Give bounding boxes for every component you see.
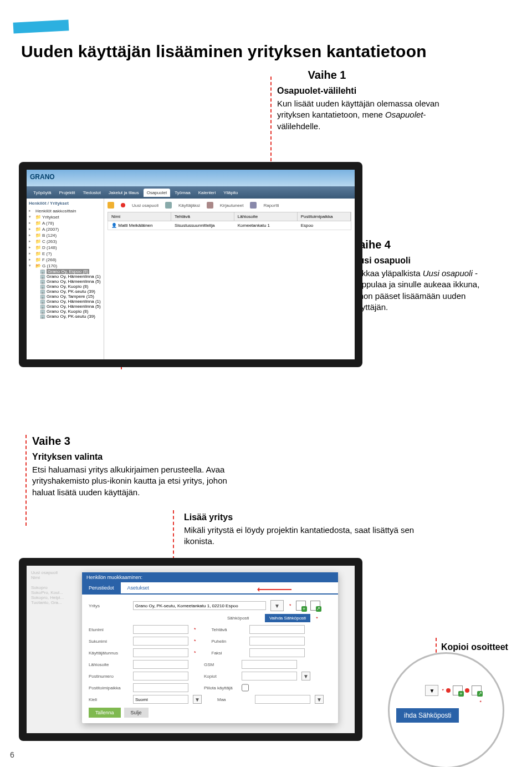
tree-children: 🏢Grano Oy, Espoo (8) 🏢Grano Oy, Hämeenli… (29, 269, 101, 319)
step1-label: Vaihe 1 (194, 69, 460, 82)
label-piilota: Piilota käyttäjä (204, 685, 237, 690)
nav-tab[interactable]: Projektit (55, 189, 78, 197)
change-email-button[interactable]: Vaihda Sähköposti (265, 614, 310, 622)
toolbar-item[interactable]: Uusi osapuoli (132, 203, 158, 208)
required-star: * (289, 603, 291, 608)
label-kopiot: Kopiot (204, 674, 237, 679)
change-email-button-zoom[interactable]: ihda Sähköposti (396, 708, 459, 723)
arrow-icon (258, 589, 291, 590)
input-gsm[interactable] (242, 660, 297, 669)
nav-bar: Työpöytä Projektit Tiedostot Jakelut ja … (27, 186, 355, 199)
app-header: GRANO (27, 170, 355, 186)
new-party-icon[interactable] (108, 202, 114, 209)
nav-tab[interactable]: Työmaa (171, 189, 193, 197)
grid-row[interactable]: 👤 Matti Meikäläinen Sisustussuunnittelij… (108, 221, 351, 230)
toolbar-icon[interactable] (165, 202, 172, 209)
step4-heading: Uusi osapuoli (352, 256, 497, 266)
nav-tab[interactable]: Tiedostot (79, 189, 104, 197)
tree-company[interactable]: 🏢Grano Oy, PK-seutu (39) (40, 289, 101, 294)
tree-letter[interactable]: 📁A (78) (29, 220, 101, 226)
tree-letter[interactable]: 📁B (124) (29, 232, 101, 238)
dropdown-icon[interactable]: ▼ (315, 695, 324, 704)
toolbar-icon[interactable] (250, 202, 257, 209)
label-kieli: Kieli (89, 697, 129, 702)
input-tehtava[interactable] (249, 625, 305, 634)
label-etunimi: Etunimi (89, 627, 129, 632)
screenshot-2-frame: Uusi osapuoli Nimi Sokopro SokoPro, Koul… (19, 558, 362, 741)
checkbox-piilota[interactable] (242, 683, 249, 692)
tree-company[interactable]: 🏢Grano Oy, Espoo (8) (40, 269, 101, 274)
input-yritys[interactable] (133, 601, 266, 610)
tab-perustiedot[interactable]: Perustiedot (82, 582, 121, 593)
modal-tabs: Perustiedot Asetukset (82, 582, 338, 595)
input-kieli[interactable] (133, 695, 188, 704)
input-puhelin[interactable] (249, 637, 305, 646)
step1-body: Kun lisäät uuden käyttäjän olemassa olev… (277, 98, 460, 132)
dropdown-icon[interactable]: ▼ (425, 685, 438, 696)
tree-link[interactable]: Henkilöt aakkosittain (29, 208, 101, 214)
nav-tab[interactable]: Työpöytä (30, 189, 54, 197)
label-postinumero: Postinumero (89, 674, 129, 679)
label-kayttajatunnus: Käyttäjätunnus (89, 651, 129, 656)
nav-tab[interactable]: Ylläpito (220, 189, 241, 197)
tree-company[interactable]: 🏢Grano Oy, Kuopio (8) (40, 284, 101, 289)
label-gsm: GSM (204, 662, 237, 667)
grid-header: Nimi Tehtävä Lähiosoite Postitoimipaikka (108, 212, 351, 221)
page-number: 6 (10, 750, 14, 759)
tree-company[interactable]: 🏢Grano Oy, Hämeenlinna (1) (40, 299, 101, 304)
marker-dot (121, 203, 125, 207)
tree-root[interactable]: 📁Yritykset (29, 214, 101, 220)
toolbar-icon[interactable] (207, 202, 213, 209)
tab-asetukset[interactable]: Asetukset (121, 582, 156, 593)
input-postinumero[interactable] (133, 672, 188, 680)
copy-address-icon[interactable] (310, 601, 320, 611)
input-kopiot[interactable] (242, 672, 297, 680)
tree-letter-open[interactable]: 📂G (170) (29, 263, 101, 269)
close-button[interactable]: Sulje (124, 708, 149, 718)
tree-letter[interactable]: 📁A (2007) (29, 226, 101, 232)
add-company-icon[interactable] (453, 685, 463, 695)
input-kayttajatunnus[interactable] (133, 648, 188, 657)
toolbar-item[interactable]: Raportti (263, 203, 279, 208)
dropdown-icon[interactable]: ▼ (193, 695, 202, 704)
dropdown-icon[interactable]: ▼ (301, 672, 310, 680)
label-faksi: Faksi (212, 651, 245, 656)
input-maa[interactable] (255, 695, 310, 704)
callout-add-company: Lisää yritys Mikäli yritystä ei löydy pr… (184, 512, 439, 547)
tree-letter[interactable]: 📁F (268) (29, 257, 101, 263)
callout-step-1: Vaihe 1 Osapuolet-välilehti Kun lisäät u… (277, 69, 460, 132)
copy-address-icon[interactable] (472, 685, 482, 695)
nav-tab-osapuolet[interactable]: Osapuolet (144, 189, 170, 197)
nav-tab[interactable]: Kalenteri (195, 189, 219, 197)
tree-letter[interactable]: 📁C (263) (29, 238, 101, 245)
screenshot-2: Uusi osapuoli Nimi Sokopro SokoPro, Koul… (27, 566, 355, 733)
nav-tab[interactable]: Jakelut ja tilaus (105, 189, 142, 197)
tree-letter[interactable]: 📁D (148) (29, 245, 101, 251)
toolbar-item[interactable]: Kirjautuneet (220, 203, 244, 208)
tree-letter[interactable]: 📁E (?) (29, 251, 101, 257)
tree-company[interactable]: 🏢Grano Oy, Hämeenlinna (5) (40, 304, 101, 309)
save-button[interactable]: Tallenna (89, 708, 121, 718)
tree-company[interactable]: 🏢Grano Oy, Tampere (15) (40, 294, 101, 299)
input-faksi[interactable] (249, 648, 305, 657)
toolbar-item[interactable]: Käyttäjäksi (178, 203, 200, 208)
input-sukunimi[interactable] (133, 637, 188, 646)
label-sahkoposti: Sähköposti (227, 616, 260, 621)
label-postitoimipaikka: Postitoimipaikka (89, 685, 129, 690)
add-company-body: Mikäli yritystä ei löydy projektin kanta… (184, 525, 439, 547)
step3-heading: Yrityksen valinta (32, 452, 243, 462)
input-etunimi[interactable] (133, 625, 188, 634)
tree-company[interactable]: 🏢Grano Oy, PK-seutu (39) (40, 314, 101, 319)
accent-bar (13, 19, 69, 33)
tree-company[interactable]: 🏢Grano Oy, Kuopio (8) (40, 309, 101, 314)
main-panel: Uusi osapuoli Käyttäjäksi Kirjautuneet R… (104, 199, 355, 359)
zoom-circle: ▼ * * ihda Sähköposti (388, 652, 504, 767)
tree-company[interactable]: 🏢Grano Oy, Hämeenlinna (5) (40, 279, 101, 284)
input-lahiosoite[interactable] (133, 660, 188, 669)
edit-person-modal: Henkilön muokkaaminen: Perustiedot Asetu… (82, 572, 338, 723)
add-company-heading: Lisää yritys (184, 512, 439, 522)
add-company-icon[interactable] (296, 601, 306, 611)
tree-company[interactable]: 🏢Grano Oy, Hämeenlinna (1) (40, 274, 101, 279)
input-postitoimipaikka[interactable] (133, 683, 188, 692)
dropdown-icon[interactable]: ▼ (270, 600, 284, 611)
